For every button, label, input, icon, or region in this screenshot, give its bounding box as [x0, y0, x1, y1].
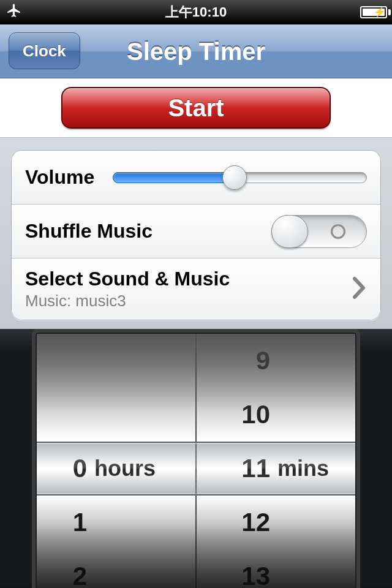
navigation-bar: Clock Sleep Timer [0, 24, 392, 78]
settings-panel: Volume Shuffle Music Select Sound & Musi… [0, 138, 392, 329]
row-shuffle: Shuffle Music [12, 205, 380, 258]
picker-column-mins[interactable]: 91011mins1213 [197, 329, 360, 588]
picker-item [32, 334, 195, 388]
time-picker[interactable]: 0hours12 91011mins1213 [32, 329, 360, 588]
volume-slider[interactable] [113, 172, 367, 183]
picker-item: 0hours [32, 442, 195, 496]
select-sound-subtitle: Music: music3 [25, 292, 230, 311]
airplane-mode-icon [6, 2, 22, 22]
status-time: 上午10:10 [80, 3, 312, 21]
picker-item: 12 [197, 496, 360, 549]
picker-item: 1 [32, 496, 195, 549]
select-sound-label: Select Sound & Music [25, 268, 230, 290]
start-button-label: Start [168, 94, 224, 122]
picker-item: 13 [197, 549, 360, 588]
picker-item: 2 [32, 549, 195, 588]
toggle-knob [271, 215, 308, 248]
status-bar: 上午10:10 ⚡ [0, 0, 392, 24]
picker-item: 10 [197, 388, 360, 442]
volume-label: Volume [25, 166, 94, 189]
picker-item: 9 [197, 334, 360, 388]
back-button[interactable]: Clock [9, 32, 80, 69]
picker-area: 0hours12 91011mins1213 [0, 329, 392, 588]
toggle-off-mark-icon [331, 224, 345, 239]
slider-fill [113, 172, 235, 183]
page-title: Sleep Timer [127, 38, 265, 66]
start-button[interactable]: Start [61, 87, 331, 129]
settings-list: Volume Shuffle Music Select Sound & Musi… [11, 150, 381, 320]
shuffle-label: Shuffle Music [25, 220, 153, 243]
picker-item [32, 388, 195, 442]
slider-thumb[interactable] [222, 165, 247, 190]
picker-column-hours[interactable]: 0hours12 [32, 329, 197, 588]
row-select-sound[interactable]: Select Sound & Music Music: music3 [12, 258, 380, 320]
battery-charging-icon: ⚡ [360, 6, 386, 18]
picker-item: 11mins [197, 442, 360, 496]
shuffle-toggle[interactable] [271, 215, 367, 248]
back-button-label: Clock [23, 42, 66, 61]
start-area: Start [0, 78, 392, 138]
row-volume: Volume [12, 151, 380, 205]
chevron-right-icon [351, 276, 367, 302]
